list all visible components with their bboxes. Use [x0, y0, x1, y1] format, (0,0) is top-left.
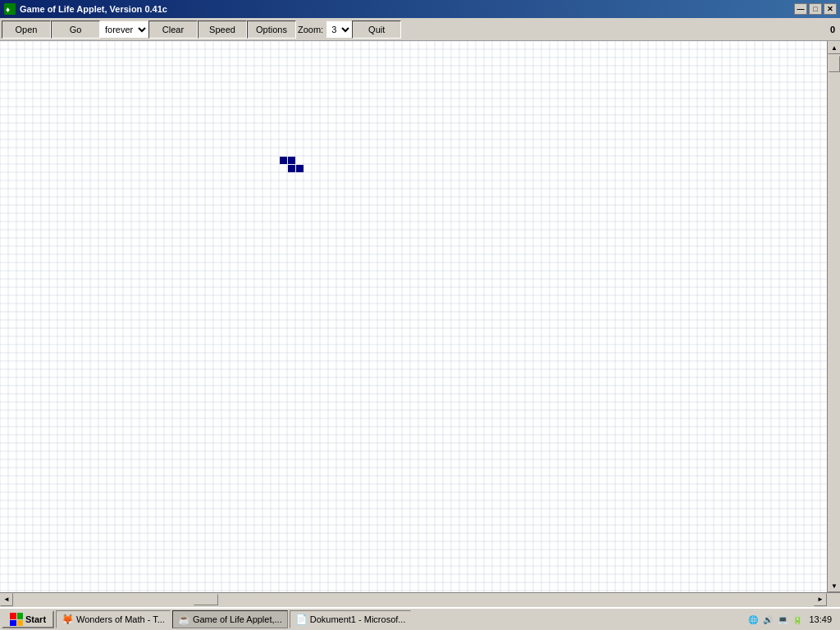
window-title: Game of Life Applet, Version 0.41c	[20, 4, 167, 14]
start-button[interactable]: Start	[2, 610, 54, 628]
open-button[interactable]: Open	[2, 21, 51, 39]
bottom-bar: ◄ ►	[0, 592, 840, 605]
tray-icon-4: 🔋	[791, 613, 804, 626]
maximize-button[interactable]: □	[809, 3, 822, 15]
scroll-right-button[interactable]: ►	[814, 593, 827, 606]
clear-button[interactable]: Clear	[148, 21, 198, 39]
taskbar-item-word[interactable]: 📄 Dokument1 - Microsof...	[290, 610, 412, 628]
mode-select[interactable]: forever once stop	[100, 21, 148, 38]
tray-icons-area: 🌐 🔊 💻 🔋	[746, 613, 804, 626]
life-grid-canvas[interactable]	[0, 41, 827, 592]
firefox-icon: 🦊	[62, 614, 74, 625]
main-container: ▲ ▼	[0, 41, 840, 592]
tray-icon-1: 🌐	[746, 613, 760, 626]
scroll-left-button[interactable]: ◄	[0, 593, 13, 606]
horizontal-scrollbar[interactable]: ◄ ►	[0, 593, 827, 605]
taskbar-item-firefox[interactable]: 🦊 Wonders of Math - T...	[56, 610, 171, 628]
scroll-up-button[interactable]: ▲	[828, 41, 840, 54]
grid-area[interactable]	[0, 41, 827, 592]
start-label: Start	[25, 614, 46, 624]
system-tray: 🌐 🔊 💻 🔋 13:49	[743, 613, 838, 626]
windows-logo-icon	[10, 613, 23, 626]
go-button[interactable]: Go	[51, 21, 100, 39]
scroll-thumb-horizontal[interactable]	[194, 594, 218, 605]
scroll-down-button[interactable]: ▼	[828, 579, 840, 592]
options-button[interactable]: Options	[247, 21, 296, 39]
generation-counter: 0	[830, 25, 835, 34]
zoom-group: Zoom: 1 2 3 4 5	[296, 21, 352, 38]
scroll-track-horizontal[interactable]	[13, 593, 814, 606]
taskbar-java-label: Game of Life Applet,...	[193, 614, 282, 624]
speed-button[interactable]: Speed	[198, 21, 247, 39]
vertical-scrollbar[interactable]: ▲ ▼	[827, 41, 840, 592]
toolbar: Open Go forever once stop Clear Speed Op…	[0, 18, 840, 41]
word-icon: 📄	[295, 614, 308, 625]
minimize-button[interactable]: —	[794, 3, 807, 15]
scrollbar-corner	[827, 593, 840, 606]
tray-icon-3: 💻	[776, 613, 789, 626]
zoom-label: Zoom:	[296, 25, 325, 34]
system-clock: 13:49	[806, 614, 835, 624]
quit-button[interactable]: Quit	[352, 21, 401, 39]
app-icon: ♦	[3, 2, 16, 16]
scroll-thumb-vertical[interactable]	[829, 56, 840, 72]
scroll-track-vertical[interactable]	[828, 54, 840, 579]
close-button[interactable]: ✕	[824, 3, 837, 15]
window-controls: — □ ✕	[794, 3, 837, 15]
tray-icon-2: 🔊	[761, 613, 774, 626]
java-icon: ☕	[178, 614, 190, 625]
taskbar-word-label: Dokument1 - Microsof...	[310, 614, 406, 624]
title-bar: ♦ Game of Life Applet, Version 0.41c — □…	[0, 0, 840, 18]
title-bar-left: ♦ Game of Life Applet, Version 0.41c	[3, 2, 167, 16]
svg-text:♦: ♦	[6, 5, 10, 14]
taskbar-firefox-label: Wonders of Math - T...	[76, 614, 165, 624]
taskbar-item-java[interactable]: ☕ Game of Life Applet,...	[172, 610, 288, 628]
zoom-select[interactable]: 1 2 3 4 5	[326, 21, 352, 38]
taskbar: Start 🦊 Wonders of Math - T... ☕ Game of…	[0, 607, 840, 630]
